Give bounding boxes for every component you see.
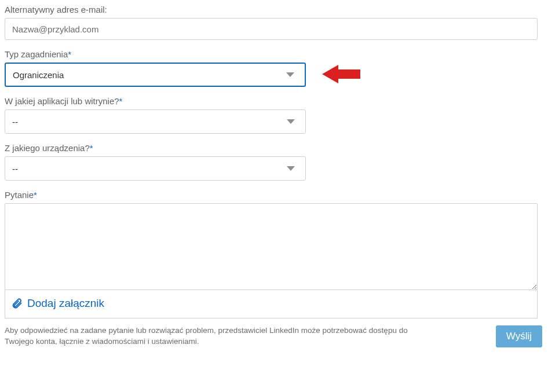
question-label: Pytanie* — [5, 190, 543, 200]
app-or-site-select[interactable]: -- — [5, 109, 306, 134]
chevron-down-icon — [286, 72, 294, 77]
alt-email-input[interactable] — [5, 18, 538, 40]
question-textarea[interactable] — [5, 203, 538, 290]
annotation-arrow-icon — [322, 61, 363, 87]
attachment-icon — [11, 298, 23, 309]
required-asterisk: * — [34, 190, 37, 200]
device-value: -- — [12, 164, 287, 174]
chevron-down-icon — [287, 166, 295, 171]
alt-email-label: Alternatywny adres e-mail: — [5, 5, 543, 14]
app-or-site-label: W jakiej aplikacji lub witrynie?* — [5, 96, 543, 106]
issue-type-value: Ograniczenia — [13, 70, 286, 80]
submit-button[interactable]: Wyślij — [496, 325, 542, 347]
device-select[interactable]: -- — [5, 156, 306, 181]
issue-type-label: Typ zagadnienia* — [5, 49, 543, 59]
svg-marker-0 — [322, 65, 360, 83]
app-or-site-value: -- — [12, 117, 287, 127]
issue-type-select[interactable]: Ograniczenia — [5, 63, 306, 87]
required-asterisk: * — [68, 49, 71, 59]
required-asterisk: * — [119, 96, 123, 106]
chevron-down-icon — [287, 119, 295, 124]
required-asterisk: * — [90, 143, 93, 153]
device-label: Z jakiego urządzenia?* — [5, 143, 543, 153]
add-attachment-button[interactable]: Dodaj załącznik — [5, 290, 538, 318]
add-attachment-label: Dodaj załącznik — [27, 297, 104, 310]
footer-disclaimer: Aby odpowiedzieć na zadane pytanie lub r… — [5, 325, 422, 347]
